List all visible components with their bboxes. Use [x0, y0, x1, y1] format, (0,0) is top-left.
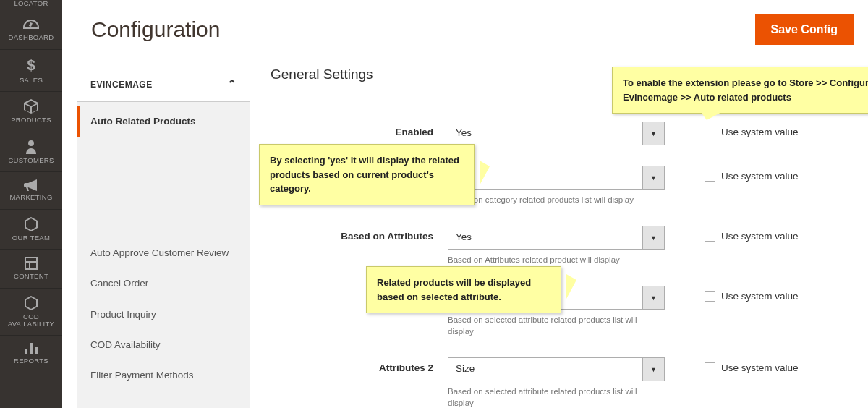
tab-item-auto-related[interactable]: Auto Related Products	[77, 106, 250, 137]
select-value: Yes	[448, 166, 642, 189]
chevron-down-icon: ▼	[642, 166, 664, 189]
usv-checkbox[interactable]	[705, 291, 715, 302]
tab-group-label: EVINCEMAGE	[90, 80, 153, 90]
form-row-attr1: Attributes 1 Small ▼ Based on selected a…	[271, 286, 854, 337]
page-title: Configuration	[91, 17, 220, 42]
form-label: Attributes 2	[271, 357, 448, 373]
tab-item-product-inquiry[interactable]: Product Inquiry	[77, 299, 250, 330]
svg-rect-6	[35, 347, 38, 354]
nav-label: CONTENT	[14, 273, 48, 280]
usv-label: Use system value	[721, 231, 799, 242]
tab-item-filter-payment[interactable]: Filter Payment Methods	[77, 360, 250, 391]
field-note: Based on Attributes related product will…	[448, 254, 665, 265]
form-row-enabled: Enabled Yes ▼ Use system value	[271, 122, 854, 145]
usv-label: Use system value	[721, 171, 799, 182]
usv-checkbox[interactable]	[705, 171, 715, 182]
nav-label: REPORTS	[14, 357, 48, 365]
select-attributes[interactable]: Yes ▼	[448, 226, 665, 250]
form-label: Based on Attributes	[271, 226, 448, 242]
form-field: Size ▼ Based on selected attribute relat…	[448, 357, 665, 408]
save-config-button[interactable]: Save Config	[755, 14, 854, 45]
hex-icon	[25, 296, 38, 310]
usv-checkbox[interactable]	[705, 231, 715, 242]
form-label: Enabled	[271, 122, 448, 137]
svg-rect-4	[25, 349, 27, 354]
nav-label: LOCATOR	[14, 0, 48, 7]
config-tabs: EVINCEMAGE ⌃ Auto Related Products Auto …	[77, 67, 250, 408]
dollar-icon: $	[27, 57, 35, 74]
select-value: Yes	[448, 122, 642, 145]
select-value: Size	[448, 358, 642, 381]
page-title-row: Configuration Save Config	[77, 0, 854, 67]
admin-sidebar: LOCATOR DASHBOARD $ SALES PRODUCTS CUSTO…	[0, 0, 62, 408]
main-content: Configuration Save Config EVINCEMAGE ⌃ A…	[62, 0, 868, 408]
form-field: Yes ▼	[448, 122, 665, 145]
nav-label: SALES	[20, 77, 43, 84]
nav-label: DASHBOARD	[9, 34, 54, 41]
select-attr2[interactable]: Size ▼	[448, 357, 665, 381]
usv-group: Use system value	[665, 166, 799, 182]
form-row-attr2: Attributes 2 Size ▼ Based on selected at…	[271, 357, 854, 408]
chevron-down-icon: ▼	[642, 122, 664, 145]
usv-label: Use system value	[721, 127, 799, 137]
field-note: Based on category related products list …	[448, 194, 665, 205]
form-row-attributes: Based on Attributes Yes ▼ Based on Attri…	[271, 226, 854, 265]
section-title: General Settings	[271, 67, 373, 82]
settings-area: To enable the extension please go to Sto…	[250, 67, 854, 408]
field-note: Based on selected attribute related prod…	[448, 386, 665, 408]
select-enabled[interactable]: Yes ▼	[448, 122, 665, 145]
callout-enable: To enable the extension please go to Sto…	[612, 67, 868, 114]
usv-group: Use system value	[665, 226, 799, 242]
usv-checkbox[interactable]	[705, 362, 715, 373]
nav-label: COD AVAILABILITY	[1, 313, 61, 328]
usv-group: Use system value	[665, 286, 799, 302]
svg-point-0	[28, 140, 34, 146]
field-note: Based on selected attribute related prod…	[448, 314, 665, 337]
usv-label: Use system value	[721, 291, 799, 302]
user-icon	[26, 140, 36, 154]
tab-item-cod-availability[interactable]: COD Availability	[77, 330, 250, 360]
chevron-down-icon: ▼	[642, 226, 664, 249]
chevron-down-icon: ▼	[642, 358, 664, 381]
select-value: Yes	[448, 226, 642, 249]
nav-label: MARKETING	[9, 194, 52, 201]
svg-rect-1	[25, 258, 37, 269]
layout-icon	[25, 257, 38, 270]
svg-rect-5	[30, 343, 33, 354]
hex-icon	[25, 217, 38, 231]
box-icon	[24, 99, 38, 114]
tab-list: Auto Related Products Auto Approve Custo…	[77, 102, 250, 398]
tab-item-auto-approve[interactable]: Auto Approve Customer Review	[77, 238, 250, 268]
callout-category: By selecting 'yes' it will display the r…	[259, 144, 475, 205]
nav-item-content[interactable]: CONTENT	[0, 250, 62, 288]
nav-item-dashboard[interactable]: DASHBOARD	[0, 12, 62, 49]
nav-item-sales[interactable]: $ SALES	[0, 50, 62, 92]
nav-item-marketing[interactable]: MARKETING	[0, 172, 62, 209]
nav-item-reports[interactable]: REPORTS	[0, 336, 62, 372]
usv-group: Use system value	[665, 122, 799, 137]
usv-group: Use system value	[665, 357, 799, 373]
nav-item-locator[interactable]: LOCATOR	[0, 0, 62, 12]
chevron-up-icon: ⌃	[227, 77, 237, 91]
nav-item-cod[interactable]: COD AVAILABILITY	[0, 289, 62, 336]
bar-icon	[25, 343, 38, 354]
chevron-down-icon: ▼	[642, 286, 664, 309]
nav-item-ourteam[interactable]: OUR TEAM	[0, 210, 62, 250]
gauge-icon	[23, 20, 39, 31]
usv-label: Use system value	[721, 362, 799, 373]
nav-item-customers[interactable]: CUSTOMERS	[0, 132, 62, 172]
tab-group-header[interactable]: EVINCEMAGE ⌃	[77, 67, 250, 102]
callout-attribute: Related products will be displayed based…	[366, 266, 561, 313]
config-layout: EVINCEMAGE ⌃ Auto Related Products Auto …	[77, 67, 854, 408]
nav-label: CUSTOMERS	[8, 157, 54, 164]
nav-item-products[interactable]: PRODUCTS	[0, 92, 62, 132]
tab-item-cancel-order[interactable]: Cancel Order	[77, 268, 250, 299]
megaphone-icon	[24, 179, 38, 191]
form-field: Yes ▼ Based on Attributes related produc…	[448, 226, 665, 265]
nav-label: OUR TEAM	[12, 234, 50, 242]
nav-label: PRODUCTS	[11, 116, 51, 124]
